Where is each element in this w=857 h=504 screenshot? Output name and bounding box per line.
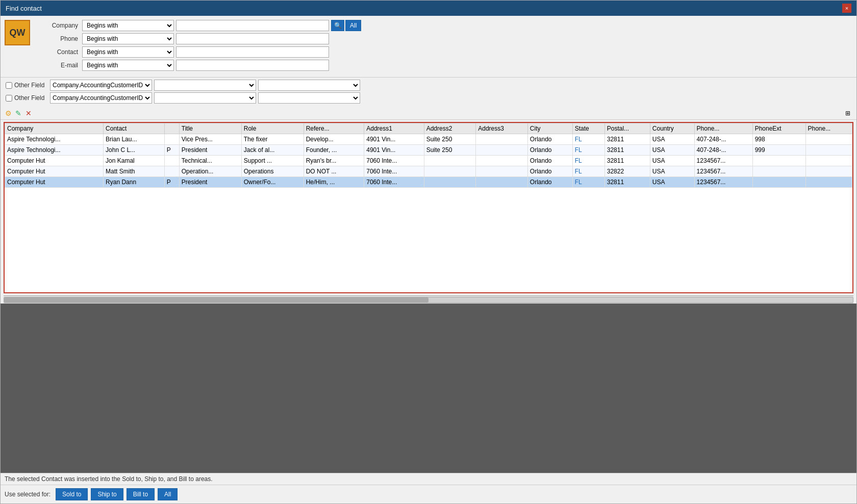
contact-label: Contact [41, 48, 82, 56]
other-field-select3-2[interactable] [258, 92, 360, 104]
cell-address1: 4901 Vin... [364, 134, 424, 145]
cell-phone2 [805, 134, 852, 145]
company-search-input[interactable] [176, 20, 329, 31]
cell-title: Technical... [179, 156, 241, 166]
title-bar: Find contact × [1, 1, 856, 16]
cell-address1: 7060 Inte... [364, 177, 424, 188]
cell-address2 [424, 166, 476, 177]
search-form: Company Begins with Contains Ends with E… [41, 20, 851, 71]
other-field-select1-2[interactable]: Company.AccountingCustomerID [50, 92, 152, 104]
cell-address3 [476, 156, 528, 166]
company-label: Company [41, 22, 82, 29]
col-address3: Address3 [476, 123, 528, 134]
phone-search-input[interactable] [176, 33, 329, 44]
horizontal-scrollbar[interactable] [4, 295, 853, 304]
col-address2: Address2 [424, 123, 476, 134]
all-button[interactable]: All [345, 20, 361, 31]
col-postal: Postal... [604, 123, 650, 134]
cell-title: President [179, 145, 241, 156]
other-field-select1-1[interactable]: Company.AccountingCustomerID [50, 80, 152, 91]
col-country: Country [650, 123, 694, 134]
scroll-thumb [4, 297, 428, 303]
cell-company: Computer Hut [5, 156, 104, 166]
cell-state: FL [572, 145, 604, 156]
search-button[interactable]: 🔍 [331, 20, 344, 31]
ship-to-button[interactable]: Ship to [91, 488, 123, 500]
cell-role: Operations [241, 166, 304, 177]
cell-city: Orlando [527, 134, 572, 145]
cell-phoneext: 999 [752, 145, 805, 156]
sold-to-button[interactable]: Sold to [56, 488, 88, 500]
cell-phone2 [805, 177, 852, 188]
table-row[interactable]: Aspire Technologi...John C L...PPresiden… [5, 145, 852, 156]
cell-address2: Suite 250 [424, 134, 476, 145]
cell-company: Computer Hut [5, 166, 104, 177]
other-field-select2-1[interactable] [154, 80, 256, 91]
company-search-row: Company Begins with Contains Ends with E… [41, 20, 851, 31]
cell-country: USA [650, 145, 694, 156]
cell-role: Jack of al... [241, 145, 304, 156]
cell-state: FL [572, 166, 604, 177]
logo: QW [5, 20, 30, 45]
cell-title: President [179, 177, 241, 188]
other-field-select3-1[interactable] [258, 80, 360, 91]
col-phone: Phone... [694, 123, 752, 134]
other-field-checkbox-1[interactable] [6, 82, 12, 89]
cell-phone2 [805, 156, 852, 166]
cell-postal: 32811 [604, 145, 650, 156]
phone-label: Phone [41, 35, 82, 42]
close-button[interactable]: × [842, 4, 851, 13]
cell-state: FL [572, 177, 604, 188]
email-filter-select[interactable]: Begins with Contains Ends with Equals [82, 60, 174, 71]
cell-country: USA [650, 177, 694, 188]
dialog-title: Find contact [6, 5, 42, 12]
table-row[interactable]: Computer HutJon KamalTechnical...Support… [5, 156, 852, 166]
cell-title: Vice Pres... [179, 134, 241, 145]
table-row[interactable]: Aspire Technologi...Brian Lau...Vice Pre… [5, 134, 852, 145]
cell-city: Orlando [527, 156, 572, 166]
cell-address2 [424, 156, 476, 166]
edit-icon[interactable]: ✎ [14, 109, 23, 118]
cell-phone: 1234567... [694, 166, 752, 177]
cell-address3 [476, 177, 528, 188]
action-bar: Use selected for: Sold to Ship to Bill t… [1, 485, 856, 503]
settings-icon[interactable]: ⚙ [4, 109, 13, 118]
cell-address3 [476, 134, 528, 145]
expand-icon[interactable]: ⊞ [843, 109, 852, 118]
cell-contact: Brian Lau... [104, 134, 165, 145]
cell-phone2 [805, 166, 852, 177]
contact-filter-select[interactable]: Begins with Contains Ends with Equals [82, 46, 174, 58]
cell-flag: P [164, 145, 179, 156]
cell-country: USA [650, 156, 694, 166]
other-field-row-1: Other Field Company.AccountingCustomerID [6, 80, 851, 91]
email-search-input[interactable] [176, 60, 329, 71]
col-flag [164, 123, 179, 134]
other-field-select2-2[interactable] [154, 92, 256, 104]
cell-reference: Ryan's br... [304, 156, 364, 166]
results-grid[interactable]: Company Contact Title Role Refere... Add… [4, 122, 853, 293]
phone-filter-select[interactable]: Begins with Contains Ends with Equals [82, 33, 174, 44]
delete-icon[interactable]: ✕ [24, 109, 33, 118]
contact-search-input[interactable] [176, 46, 329, 58]
cell-country: USA [650, 134, 694, 145]
other-field-label-1: Other Field [14, 82, 50, 89]
company-filter-select[interactable]: Begins with Contains Ends with Equals [82, 20, 174, 31]
table-row[interactable]: Computer HutMatt SmithOperation...Operat… [5, 166, 852, 177]
cell-state: FL [572, 156, 604, 166]
cell-flag [164, 134, 179, 145]
cell-phone: 407-248-... [694, 134, 752, 145]
cell-postal: 32811 [604, 177, 650, 188]
table-row[interactable]: Computer HutRyan DannPPresidentOwner/Fo.… [5, 177, 852, 188]
cell-reference: DO NOT ... [304, 166, 364, 177]
cell-address1: 4901 Vin... [364, 145, 424, 156]
col-phone2: Phone... [805, 123, 852, 134]
other-field-checkbox-2[interactable] [6, 95, 12, 102]
bill-to-button[interactable]: Bill to [127, 488, 155, 500]
all-action-button[interactable]: All [158, 488, 178, 500]
cell-address1: 7060 Inte... [364, 166, 424, 177]
cell-postal: 32822 [604, 166, 650, 177]
cell-phoneext: 998 [752, 134, 805, 145]
cell-role: Support ... [241, 156, 304, 166]
scroll-track [4, 297, 853, 303]
dialog-body: QW Company Begins with Contains Ends wit… [1, 16, 856, 503]
